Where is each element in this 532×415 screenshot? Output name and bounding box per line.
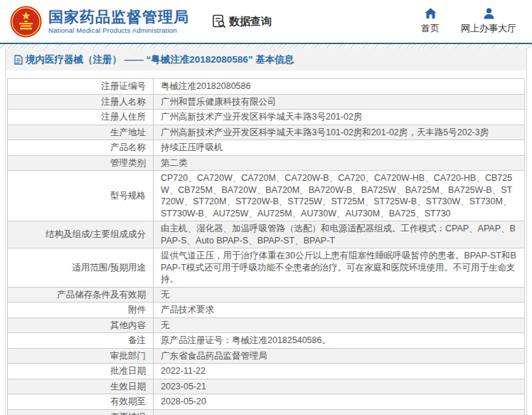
table-row: 备注原产品注册证号：粤械注准20182540586。 — [8, 333, 525, 349]
site-header: 国家药品监督管理局 National Medical Products Admi… — [0, 0, 532, 43]
row-label: 批准日期 — [8, 364, 154, 379]
row-label: 注册人名称 — [8, 94, 154, 110]
logo-text: 国家药品监督管理局 National Medical Products Admi… — [48, 9, 189, 34]
user-icon — [483, 8, 495, 19]
row-label: 适用范围/预期用途 — [8, 248, 154, 288]
row-label: 型号规格 — [8, 171, 154, 221]
row-value: 无 — [154, 317, 525, 333]
row-value: 2023-05-21 — [154, 379, 525, 394]
table-row: 型号规格CP720、CA720W、CA720M、CA720W-B、CA720、C… — [8, 171, 525, 221]
table-row: 附件产品技术要求 — [8, 303, 525, 318]
national-emblem-icon — [10, 6, 42, 38]
content-panel: 境内医疗器械（注册） —— “粤械注准20182080586” 基本信息 注册证… — [5, 48, 527, 415]
data-query-nav[interactable]: 数据查询 — [212, 14, 272, 28]
row-value: CP720、CA720W、CA720M、CA720W-B、CA720、CA720… — [154, 171, 525, 221]
section-title-bar: 境内医疗器械（注册） —— “粤械注准20182080586” 基本信息 — [6, 48, 526, 70]
org-name-en: National Medical Products Administration — [48, 26, 189, 34]
header-nav: 首页 网上办事大厅 — [421, 8, 516, 35]
table-row: 注册人住所广州高新技术产业开发区科学城天丰路3号201-02房 — [8, 110, 525, 125]
row-label: 产品名称 — [8, 140, 154, 156]
table-row: 生产地址广州高新技术产业开发区科学城天丰路3号101-02房和201-02房，天… — [8, 125, 525, 140]
row-label: 有效期至 — [8, 394, 154, 410]
nav-service-hall-label: 网上办事大厅 — [461, 22, 516, 35]
row-label: 生效日期 — [8, 379, 154, 394]
row-label: 备注 — [8, 333, 154, 349]
row-label: 注册人住所 — [8, 110, 154, 125]
nav-home-label: 首页 — [421, 22, 440, 35]
table-row: 变更情况 — [8, 409, 525, 415]
row-label: 其他内容 — [8, 317, 154, 333]
row-value: 2022-11-22 — [154, 364, 525, 379]
row-value: 广东省食品药品监督管理局 — [154, 348, 525, 364]
row-value — [154, 409, 525, 415]
row-label: 管理类别 — [8, 155, 154, 171]
table-row: 批准日期2022-11-22 — [8, 364, 525, 379]
document-icon — [14, 55, 23, 65]
table-row: 有效期至2028-05-20 — [8, 394, 525, 410]
row-value: 2028-05-20 — [154, 394, 525, 410]
table-row: 产品储存条件及有效期无 — [8, 287, 525, 303]
row-value: 持续正压呼吸机 — [154, 140, 525, 156]
row-value: 由主机、湿化器、加温呼吸管路（选配）和电源适配器组成。工作模式：CPAP、APA… — [154, 221, 525, 248]
table-row: 注册人名称广州和普乐健康科技有限公司 — [8, 94, 525, 110]
row-value: 第二类 — [154, 155, 525, 171]
section-title: 境内医疗器械（注册） —— “粤械注准20182080586” 基本信息 — [26, 53, 294, 66]
row-label: 附件 — [8, 303, 154, 318]
row-value: 广州高新技术产业开发区科学城天丰路3号201-02房 — [154, 110, 525, 125]
row-value: 广州高新技术产业开发区科学城天丰路3号101-02房和201-02房，天丰路5号… — [154, 125, 525, 140]
row-label: 变更情况 — [8, 409, 154, 415]
row-value: 提供气道正压，用于治疗体重在30公斤以上患有阻塞性睡眠呼吸暂停的患者。BPAP-… — [154, 248, 525, 288]
table-row: 适用范围/预期用途提供气道正压，用于治疗体重在30公斤以上患有阻塞性睡眠呼吸暂停… — [8, 248, 525, 288]
row-label: 审批部门 — [8, 348, 154, 364]
nav-service-hall[interactable]: 网上办事大厅 — [461, 8, 516, 35]
row-value: 无 — [154, 287, 525, 303]
row-label: 结构及组成/主要组成成分 — [8, 221, 154, 248]
row-value: 产品技术要求 — [154, 303, 525, 318]
row-label: 生产地址 — [8, 125, 154, 140]
table-row: 其他内容无 — [8, 317, 525, 333]
row-value: 粤械注准20182080586 — [154, 79, 525, 95]
row-value: 原产品注册证号：粤械注准20182540586。 — [154, 333, 525, 349]
row-label: 注册证编号 — [8, 79, 154, 95]
table-row: 生效日期2023-05-21 — [8, 379, 525, 394]
nmpa-logo[interactable]: 国家药品监督管理局 National Medical Products Admi… — [10, 6, 189, 38]
nav-home[interactable]: 首页 — [421, 8, 440, 35]
data-query-icon — [212, 14, 226, 28]
org-name-cn: 国家药品监督管理局 — [48, 9, 189, 25]
home-icon — [425, 8, 437, 19]
registration-info-table: 注册证编号粤械注准20182080586注册人名称广州和普乐健康科技有限公司注册… — [7, 78, 525, 415]
data-query-label: 数据查询 — [229, 15, 272, 28]
table-row: 结构及组成/主要组成成分由主机、湿化器、加温呼吸管路（选配）和电源适配器组成。工… — [8, 221, 525, 248]
table-row: 注册证编号粤械注准20182080586 — [8, 79, 525, 95]
table-row: 管理类别第二类 — [8, 155, 525, 171]
table-row: 审批部门广东省食品药品监督管理局 — [8, 348, 525, 364]
table-row: 产品名称持续正压呼吸机 — [8, 140, 525, 156]
row-label: 产品储存条件及有效期 — [8, 287, 154, 303]
row-value: 广州和普乐健康科技有限公司 — [154, 94, 525, 110]
